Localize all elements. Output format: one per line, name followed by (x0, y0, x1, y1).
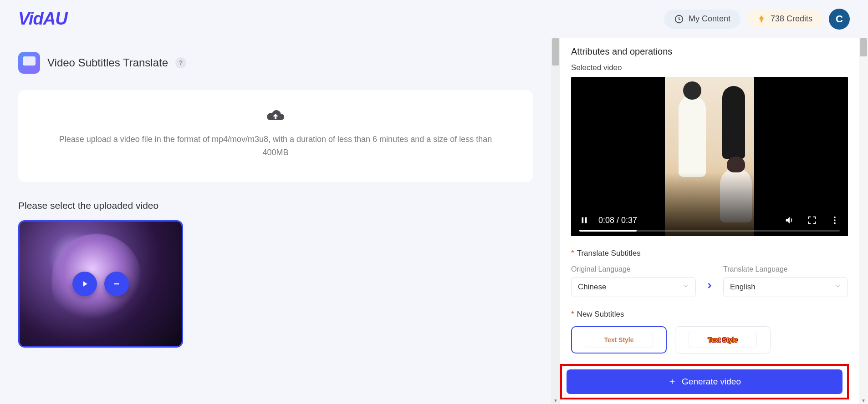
new-subtitles-label: *New Subtitles (571, 310, 848, 319)
svg-point-3 (834, 217, 836, 218)
generate-video-button[interactable]: Generate video (567, 369, 842, 394)
arrow-right-icon (705, 270, 714, 292)
pause-icon[interactable] (579, 215, 589, 225)
remove-thumbnail-button[interactable] (104, 272, 129, 296)
right-wrap: ▲ ▼ Attributes and operations Selected v… (551, 38, 868, 404)
uploaded-thumbnails (18, 220, 546, 348)
video-player[interactable]: 0:08 / 0:37 (571, 77, 848, 236)
feature-header: Video Subtitles Translate ? (18, 52, 546, 74)
my-content-button[interactable]: My Content (664, 10, 740, 29)
chevron-down-icon (835, 283, 841, 292)
select-uploaded-label: Please select the uploaded video (18, 200, 546, 211)
svg-point-4 (834, 219, 836, 221)
style-sample-1: Text Style (585, 332, 653, 348)
play-thumbnail-button[interactable] (72, 272, 97, 296)
subtitle-style-option-2[interactable]: Text Style (675, 326, 771, 354)
feature-title: Video Subtitles Translate (47, 56, 168, 69)
translate-subtitles-label: *Translate Subtitles (571, 249, 848, 258)
volume-icon[interactable] (784, 215, 794, 225)
right-panel: Attributes and operations Selected video (560, 38, 859, 404)
uploaded-video-thumbnail[interactable] (18, 220, 183, 348)
plus-icon (668, 378, 676, 386)
svg-point-5 (834, 222, 836, 224)
scrollbar-thumb[interactable] (552, 38, 559, 66)
svg-rect-2 (585, 217, 587, 223)
scroll-down-icon[interactable]: ▼ (860, 397, 867, 404)
scroll-down-icon[interactable]: ▼ (552, 397, 559, 404)
header-actions: My Content 738 Credits C (664, 9, 850, 30)
subtitle-style-option-1[interactable]: Text Style (571, 326, 667, 354)
generate-highlight: Generate video (560, 364, 849, 399)
left-panel: Video Subtitles Translate ? Please uploa… (0, 38, 551, 404)
subtitle-style-row: Text Style Text Style (571, 326, 848, 354)
original-language-col: Original Language Chinese (571, 265, 696, 297)
help-icon[interactable]: ? (175, 57, 186, 68)
progress-bar[interactable] (579, 230, 840, 232)
chevron-down-icon (683, 283, 689, 292)
scrollbar-thumb[interactable] (860, 38, 867, 56)
original-language-select[interactable]: Chinese (571, 277, 696, 297)
fullscreen-icon[interactable] (807, 215, 817, 225)
brand-logo[interactable]: VidAU (18, 9, 67, 29)
translate-language-col: Translate Language English (723, 265, 848, 297)
cloud-upload-icon (266, 108, 286, 125)
player-time: 0:08 / 0:37 (598, 216, 637, 225)
user-avatar[interactable]: C (829, 9, 850, 30)
right-scrollbar[interactable]: ▲ ▼ (859, 38, 868, 404)
video-controls: 0:08 / 0:37 (571, 210, 848, 236)
main-area: Video Subtitles Translate ? Please uploa… (0, 38, 868, 404)
language-row: Original Language Chinese Translate Lang… (571, 265, 848, 297)
more-icon[interactable] (830, 215, 840, 225)
feature-icon (18, 52, 40, 74)
diamond-icon (757, 15, 766, 24)
upload-hint-text: Please upload a video file in the format… (46, 133, 505, 159)
my-content-label: My Content (689, 14, 730, 24)
translate-language-select[interactable]: English (723, 277, 848, 297)
original-language-label: Original Language (571, 265, 696, 273)
selected-video-label: Selected video (571, 63, 848, 72)
app-header: VidAU My Content 738 Credits C (0, 0, 868, 38)
avatar-initial: C (836, 13, 843, 25)
thumbnail-controls (72, 272, 129, 296)
attributes-title: Attributes and operations (571, 46, 848, 57)
svg-rect-1 (582, 217, 584, 223)
upload-dropzone[interactable]: Please upload a video file in the format… (18, 90, 533, 182)
translate-language-value: English (730, 283, 756, 292)
translate-language-label: Translate Language (723, 265, 848, 273)
credits-button[interactable]: 738 Credits (747, 10, 822, 28)
clock-icon (674, 14, 684, 24)
generate-video-label: Generate video (682, 377, 741, 387)
original-language-value: Chinese (578, 283, 606, 292)
app-root: VidAU My Content 738 Credits C (0, 0, 868, 404)
credits-label: 738 Credits (771, 14, 812, 24)
progress-fill (579, 230, 637, 232)
style-sample-2: Text Style (689, 332, 757, 348)
left-scrollbar[interactable]: ▲ ▼ (551, 38, 560, 404)
